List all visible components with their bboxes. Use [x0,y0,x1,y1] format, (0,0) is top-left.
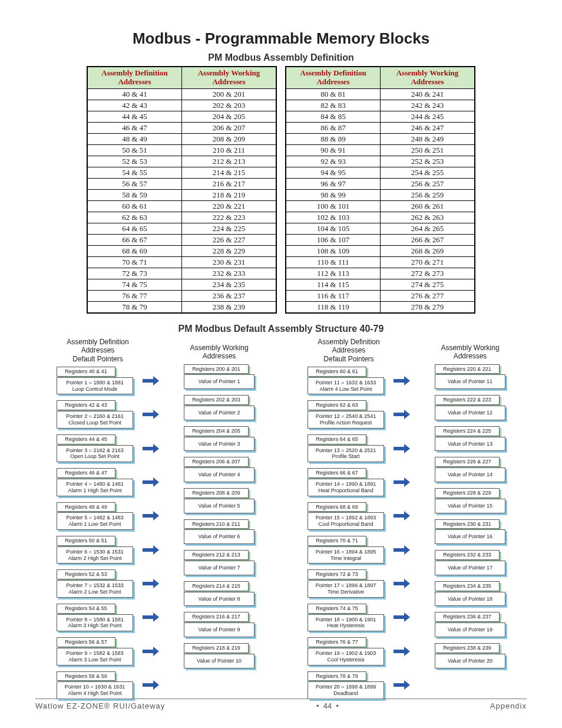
table-cell: 244 & 245 [381,111,475,122]
pointer-box: Pointer 5 = 1482 & 1483Alarm 1 Low Set P… [57,512,133,530]
diagram-area: Assembly DefinitionAddressesDefault Poin… [35,338,527,705]
table-cell: 216 & 217 [182,178,276,189]
diagram-pair: Registers 46 & 47Pointer 4 = 1480 & 1481… [57,468,160,496]
table-cell: 54 & 55 [88,167,182,178]
diagram-pair: Registers 218 & 219Value of Pointer 10 [184,643,254,668]
pointer-box: Pointer 1 = 1880 & 1881Loop Control Mode [57,377,133,395]
working-register-box: Registers 218 & 219 [184,643,249,653]
table-cell: 274 & 275 [381,279,475,290]
value-box: Value of Pointer 19 [435,622,505,637]
table-row: 88 & 89248 & 249 [286,133,475,144]
diagram-pair: Registers 64 & 65Pointer 13 = 2520 & 252… [308,434,411,462]
table-cell: 106 & 107 [286,234,381,245]
bullet-icon: • [316,701,319,710]
working-register-box: Registers 230 & 231 [435,519,500,529]
register-box: Registers 78 & 79 [308,671,366,681]
table-cell: 246 & 247 [381,122,475,133]
diagram-header-def: Assembly DefinitionAddressesDefault Poin… [57,338,139,363]
section-subtitle-1: PM Modbus Assembly Definition [35,52,527,63]
arrow-icon [394,476,411,488]
table-cell: 68 & 69 [88,245,182,256]
address-table-right: Assembly DefinitionAddresses Assembly Wo… [286,67,475,313]
arrow-icon [394,611,411,623]
table-cell: 268 & 269 [381,245,475,256]
bullet-icon: • [336,701,339,710]
table-cell: 278 & 279 [381,301,475,312]
table-row: 80 & 81240 & 241 [286,88,475,100]
pointer-box: Pointer 9 = 1582 & 1583Alarm 3 Low Set P… [57,648,133,666]
table-row: 106 & 107266 & 267 [286,234,475,245]
value-box: Value of Pointer 17 [435,561,505,575]
table-cell: 242 & 243 [381,100,475,111]
table-row: 100 & 101260 & 261 [286,200,475,212]
register-box: Registers 62 & 63 [308,400,366,410]
arrow-icon [394,645,411,657]
th-work: Assembly WorkingAddresses [182,67,276,89]
diagram-pair: Registers 224 & 225Value of Pointer 13 [435,426,505,452]
diagram-pair: Registers 56 & 57Pointer 9 = 1582 & 1583… [57,637,160,665]
table-cell: 218 & 219 [182,189,276,200]
table-cell: 232 & 233 [182,268,276,279]
table-cell: 212 & 213 [182,156,276,167]
table-cell: 42 & 43 [88,100,182,111]
table-cell: 112 & 113 [286,268,381,279]
arrow-icon [143,409,160,420]
table-cell: 114 & 115 [286,279,381,290]
diagram-pair: Registers 204 & 205Value of Pointer 3 [184,426,254,452]
diagram-right-half: Assembly DefinitionAddressesDefault Poin… [308,338,505,705]
diagram-pair: Registers 230 & 231Value of Pointer 16 [435,519,505,545]
diagram-pair: Registers 226 & 227Value of Pointer 14 [435,457,505,482]
table-cell: 208 & 209 [182,133,276,144]
value-box: Value of Pointer 1 [184,374,254,389]
working-register-box: Registers 238 & 239 [435,643,500,653]
table-row: 84 & 85244 & 245 [286,111,475,122]
working-register-box: Registers 210 & 211 [184,519,249,529]
table-cell: 116 & 117 [286,290,381,301]
table-cell: 236 & 237 [182,290,276,301]
table-cell: 238 & 239 [182,301,276,312]
register-box: Registers 68 & 69 [308,502,366,512]
th-def: Assembly DefinitionAddresses [286,67,381,89]
address-table-left: Assembly DefinitionAddresses Assembly Wo… [87,67,276,313]
diagram-pair: Registers 234 & 235Value of Pointer 18 [435,581,505,607]
pointer-box: Pointer 15 = 1892 & 1893Cool Proportiona… [308,512,384,530]
register-box: Registers 66 & 67 [308,468,366,478]
table-cell: 72 & 73 [88,268,182,279]
register-box: Registers 72 & 73 [308,569,366,579]
diagram-pair: Registers 220 & 221Value of Pointer 11 [435,364,505,390]
table-cell: 228 & 229 [182,245,276,256]
table-cell: 248 & 249 [381,133,475,144]
working-register-box: Registers 236 & 237 [435,612,500,622]
table-cell: 222 & 223 [182,212,276,223]
working-register-box: Registers 226 & 227 [435,457,500,467]
table-cell: 202 & 203 [182,100,276,111]
register-box: Registers 48 & 49 [57,502,115,512]
table-row: 110 & 111270 & 271 [286,256,475,268]
table-cell: 220 & 221 [182,200,276,212]
working-register-box: Registers 202 & 203 [184,395,249,405]
table-row: 58 & 59218 & 219 [88,189,276,200]
table-cell: 82 & 83 [286,100,381,111]
register-box: Registers 54 & 55 [57,604,115,614]
working-register-box: Registers 220 & 221 [435,364,500,374]
register-box: Registers 44 & 45 [57,434,115,444]
table-row: 74 & 75234 & 235 [88,279,276,290]
table-row: 108 & 109268 & 269 [286,245,475,256]
working-register-box: Registers 228 & 229 [435,488,500,498]
value-box: Value of Pointer 3 [184,437,254,452]
table-row: 66 & 67226 & 227 [88,234,276,245]
pointer-box: Pointer 11 = 1632 & 1633Alarm 4 Low Set … [308,377,384,395]
table-row: 50 & 51210 & 211 [88,144,276,156]
value-box: Value of Pointer 10 [184,654,254,668]
tables-row: Assembly DefinitionAddresses Assembly Wo… [35,67,527,313]
table-row: 104 & 105264 & 265 [286,223,475,234]
table-row: 72 & 73232 & 233 [88,268,276,279]
table-cell: 230 & 231 [182,256,276,268]
table-row: 102 & 103262 & 263 [286,212,475,223]
table-cell: 84 & 85 [286,111,381,122]
page-title: Modbus - Programmable Memory Blocks [35,29,527,48]
table-cell: 270 & 271 [381,256,475,268]
table-row: 44 & 45204 & 205 [88,111,276,122]
arrow-icon [394,544,411,556]
table-cell: 264 & 265 [381,223,475,234]
